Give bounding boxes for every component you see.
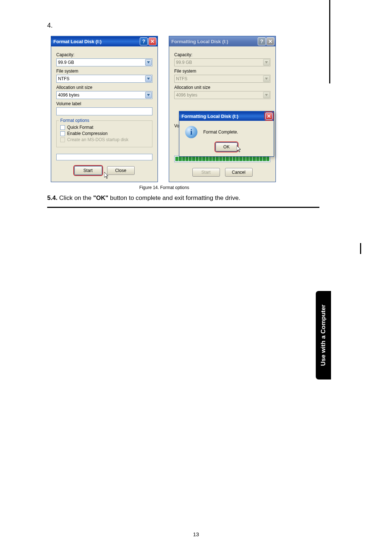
capacity-value: 99.9 GB <box>176 60 192 65</box>
info-icon: i <box>185 126 197 138</box>
chevron-down-icon[interactable] <box>145 59 152 66</box>
capacity-label: Capacity: <box>56 52 152 57</box>
margin-rule-right <box>329 0 330 83</box>
progress-bar <box>56 154 152 160</box>
alloc-combo: 4096 bytes <box>174 91 270 99</box>
message-text: Format Complete. <box>203 130 238 135</box>
title-text: Formatting Local Disk (I:) <box>171 39 228 44</box>
close-button[interactable]: ✕ <box>148 37 156 45</box>
help-button[interactable]: ? <box>258 37 266 45</box>
step-number: 4. <box>47 22 352 29</box>
capacity-combo[interactable]: 99.9 GB <box>56 58 152 66</box>
ok-button[interactable]: OK <box>216 143 237 151</box>
capacity-combo: 99.9 GB <box>174 58 270 66</box>
filesystem-value: NTFS <box>176 76 187 81</box>
alloc-label: Allocation unit size <box>174 85 270 90</box>
help-button[interactable]: ? <box>140 37 148 45</box>
cursor-icon <box>104 172 110 179</box>
title-text: Formatting Local Disk (I:) <box>181 114 238 119</box>
close-button[interactable]: ✕ <box>266 37 274 45</box>
cancel-button[interactable]: Cancel <box>225 168 253 177</box>
format-complete-msgbox: Formatting Local Disk (I:) ✕ i Format Co… <box>179 111 274 157</box>
alloc-value: 4096 bytes <box>176 93 197 98</box>
chevron-down-icon <box>263 75 270 82</box>
filesystem-combo[interactable]: NTFS <box>56 75 152 83</box>
chevron-down-icon[interactable] <box>145 92 152 98</box>
capacity-label: Capacity: <box>174 52 270 57</box>
side-tab: Use with a Computer <box>316 291 331 379</box>
volume-label-partial: Vo <box>174 123 179 128</box>
titlebar: Formatting Local Disk (I:) ✕ <box>179 111 274 121</box>
margin-rule-mid <box>360 243 361 254</box>
close-button[interactable]: ✕ <box>265 112 273 120</box>
format-options-group: Format options Quick Format Enable Compr… <box>56 120 152 147</box>
close-dialog-button[interactable]: Close <box>107 166 135 175</box>
filesystem-combo: NTFS <box>174 75 270 83</box>
volume-label: Volume label <box>56 101 152 106</box>
msdos-checkbox <box>60 138 65 142</box>
cursor-icon <box>237 145 242 153</box>
start-button[interactable]: Start <box>74 166 102 175</box>
format-dialog: Format Local Disk (I:) ? ✕ Capacity: 99.… <box>51 36 158 182</box>
alloc-combo[interactable]: 4096 bytes <box>56 91 152 99</box>
title-text: Format Local Disk (I:) <box>53 39 102 44</box>
figure-caption: Figure 14. Format options <box>47 185 281 190</box>
group-legend: Format options <box>59 118 91 123</box>
chevron-down-icon <box>263 59 270 66</box>
chevron-down-icon <box>263 92 270 98</box>
compression-checkbox[interactable] <box>60 131 65 136</box>
start-button: Start <box>192 168 220 177</box>
alloc-value: 4096 bytes <box>58 93 79 98</box>
quick-format-label: Quick Format <box>67 125 93 130</box>
alloc-label: Allocation unit size <box>56 85 152 90</box>
filesystem-label: File system <box>174 69 270 74</box>
volume-input[interactable] <box>56 107 152 115</box>
filesystem-value: NTFS <box>58 76 69 81</box>
titlebar: Formatting Local Disk (I:) ? ✕ <box>169 36 275 46</box>
section-rule <box>47 207 319 208</box>
chevron-down-icon[interactable] <box>145 75 152 82</box>
capacity-value: 99.9 GB <box>58 60 74 65</box>
formatting-dialog: Formatting Local Disk (I:) ? ✕ Capacity:… <box>169 36 276 182</box>
instruction-text: 5.4. Click on the "OK" button to complet… <box>47 194 352 202</box>
page-number: 13 <box>0 531 392 537</box>
quick-format-checkbox[interactable] <box>60 125 65 130</box>
compression-label: Enable Compression <box>67 131 107 136</box>
titlebar: Format Local Disk (I:) ? ✕ <box>51 36 158 46</box>
msdos-label: Create an MS-DOS startup disk <box>67 137 128 142</box>
filesystem-label: File system <box>56 69 152 74</box>
